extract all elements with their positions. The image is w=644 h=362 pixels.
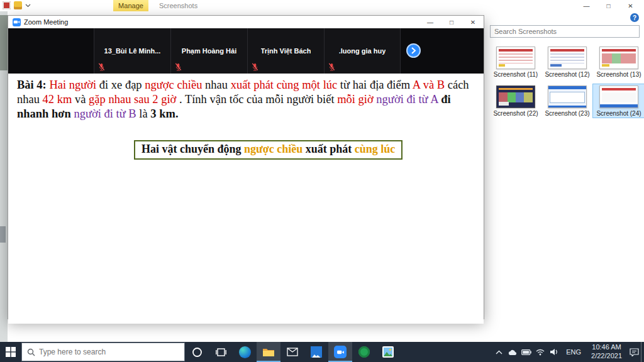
file-explorer-icon[interactable] bbox=[257, 342, 280, 362]
thumbnail-art bbox=[499, 102, 509, 106]
next-participants-button[interactable] bbox=[406, 43, 421, 58]
file-label: Screenshot (23) bbox=[545, 110, 589, 117]
window-controls: — □ ✕ bbox=[575, 0, 641, 11]
start-button[interactable] bbox=[0, 342, 21, 362]
thumbnail-art bbox=[550, 49, 584, 52]
file-item[interactable]: Screenshot (11) bbox=[490, 45, 541, 79]
muted-mic-icon bbox=[175, 63, 182, 71]
zoom-window: Zoom Meeting — □ ✕ 13_Bùi Lê Minh... Phạ… bbox=[8, 15, 484, 319]
thumbnail-art bbox=[499, 49, 533, 52]
maximize-button[interactable]: □ bbox=[597, 0, 619, 11]
zoom-app-icon[interactable] bbox=[328, 342, 352, 362]
file-item[interactable]: Screenshot (12) bbox=[541, 45, 593, 79]
battery-icon[interactable] bbox=[519, 342, 533, 362]
text-segment: 42 km bbox=[43, 93, 75, 106]
participant-tile[interactable]: .luong gia huy bbox=[324, 28, 401, 74]
taskbar-search-input[interactable] bbox=[39, 348, 184, 356]
thumbnail-art bbox=[550, 53, 584, 63]
file-thumbnail bbox=[548, 47, 587, 69]
thumbnail-art bbox=[499, 92, 533, 102]
summary-box: Hai vật chuyển động ngược chiều xuất phá… bbox=[134, 140, 402, 160]
desktop: Manage Screenshots — □ ✕ ? Screenshot (1… bbox=[0, 0, 644, 362]
thumbnail-art bbox=[548, 86, 586, 89]
video-strip: 13_Bùi Lê Minh... Phạm Hoàng Hải Trịnh V… bbox=[8, 28, 484, 74]
notebook-icon[interactable] bbox=[3, 1, 11, 9]
muted-mic-icon bbox=[98, 63, 105, 71]
file-label: Screenshot (12) bbox=[545, 71, 589, 78]
file-label: Screenshot (22) bbox=[493, 110, 538, 117]
participant-name: Trịnh Việt Bách bbox=[261, 47, 311, 55]
green-app-icon[interactable] bbox=[352, 342, 376, 362]
participant-tile[interactable]: Trịnh Việt Bách bbox=[247, 28, 324, 74]
explorer-search-box[interactable] bbox=[490, 25, 640, 38]
quick-access-toolbar bbox=[3, 1, 31, 9]
file-thumbnail bbox=[548, 85, 587, 108]
thumbnail-art bbox=[550, 64, 562, 67]
thumbnail-art bbox=[499, 88, 533, 90]
math-problem-text: Bài 4: Hai người đi xe đạp ngược chiều n… bbox=[17, 78, 479, 121]
explorer-search-input[interactable] bbox=[491, 26, 639, 37]
file-thumbnail bbox=[496, 85, 535, 108]
taskbar-clock[interactable]: 10:46 AM 2/22/2021 bbox=[586, 343, 627, 361]
close-button[interactable]: ✕ bbox=[462, 16, 484, 28]
participant-name: Phạm Hoàng Hải bbox=[182, 47, 236, 55]
cortana-button[interactable] bbox=[185, 342, 209, 362]
file-thumbnail bbox=[599, 47, 638, 69]
tray-expand-icon[interactable] bbox=[492, 342, 506, 362]
image-viewer-icon[interactable] bbox=[376, 342, 400, 362]
language-indicator[interactable]: ENG bbox=[561, 348, 586, 356]
close-button[interactable]: ✕ bbox=[619, 0, 641, 11]
text-segment: là bbox=[139, 107, 150, 120]
file-item[interactable]: Screenshot (23) bbox=[541, 84, 593, 118]
participant-name: 13_Bùi Lê Minh... bbox=[104, 47, 161, 55]
text-segment: ngược chiều bbox=[145, 79, 205, 91]
taskbar: ENG 10:46 AM 2/22/2021 bbox=[0, 342, 644, 362]
background-scrollbar-fragment bbox=[0, 226, 6, 243]
text-segment: . Tính vận tốc của mỗi người biết bbox=[179, 93, 337, 106]
folder-icon[interactable] bbox=[14, 1, 22, 9]
clock-time: 10:46 AM bbox=[591, 343, 622, 352]
action-center-icon[interactable] bbox=[627, 342, 641, 362]
maximize-button[interactable]: □ bbox=[441, 16, 462, 28]
taskbar-search-box[interactable] bbox=[21, 343, 185, 361]
minimize-button[interactable]: — bbox=[419, 16, 441, 28]
shared-screen-content: Bài 4: Hai người đi xe đạp ngược chiều n… bbox=[8, 78, 484, 324]
background-window-edge bbox=[0, 15, 8, 70]
file-thumbnail bbox=[496, 47, 535, 69]
task-view-button[interactable] bbox=[209, 342, 233, 362]
thumbnail-art bbox=[602, 88, 636, 90]
mail-icon[interactable] bbox=[280, 342, 304, 362]
photos-app-icon[interactable] bbox=[304, 342, 328, 362]
minimize-button[interactable]: — bbox=[575, 0, 597, 11]
text-segment: từ hai địa điểm bbox=[340, 79, 413, 91]
edge-icon[interactable] bbox=[233, 342, 257, 362]
search-icon bbox=[27, 348, 35, 356]
thumbnail-art bbox=[602, 64, 609, 67]
text-segment: Bài 4: bbox=[17, 79, 49, 91]
participant-tile[interactable]: 13_Bùi Lê Minh... bbox=[94, 28, 170, 74]
zoom-titlebar: Zoom Meeting — □ ✕ bbox=[8, 16, 484, 28]
file-item[interactable]: Screenshot (13) bbox=[593, 45, 644, 79]
text-segment: A và B bbox=[413, 79, 448, 91]
file-item[interactable]: Screenshot (24) bbox=[593, 84, 644, 118]
muted-mic-icon bbox=[328, 63, 335, 71]
ribbon-tab-manage[interactable]: Manage bbox=[113, 0, 148, 11]
network-icon[interactable] bbox=[533, 342, 547, 362]
show-desktop-button[interactable] bbox=[641, 342, 644, 362]
file-label: Screenshot (24) bbox=[596, 110, 641, 117]
file-label: Screenshot (13) bbox=[596, 71, 641, 78]
explorer-titlebar: Manage Screenshots — □ ✕ bbox=[0, 0, 644, 11]
dropdown-caret-icon[interactable] bbox=[25, 1, 31, 9]
text-segment: xuất phát bbox=[306, 143, 355, 155]
thumbnail-art bbox=[550, 92, 584, 102]
system-tray: ENG 10:46 AM 2/22/2021 bbox=[492, 342, 644, 362]
onedrive-icon[interactable] bbox=[506, 342, 519, 362]
participant-tile[interactable]: Phạm Hoàng Hải bbox=[170, 28, 247, 74]
text-segment: Hai vật chuyển động bbox=[142, 143, 244, 155]
zoom-window-title: Zoom Meeting bbox=[24, 18, 68, 26]
file-item[interactable]: Screenshot (22) bbox=[490, 84, 541, 118]
text-segment: nhau bbox=[205, 79, 231, 91]
participant-tiles: 13_Bùi Lê Minh... Phạm Hoàng Hải Trịnh V… bbox=[94, 28, 401, 74]
volume-icon[interactable] bbox=[547, 342, 561, 362]
help-button[interactable]: ? bbox=[630, 13, 639, 22]
